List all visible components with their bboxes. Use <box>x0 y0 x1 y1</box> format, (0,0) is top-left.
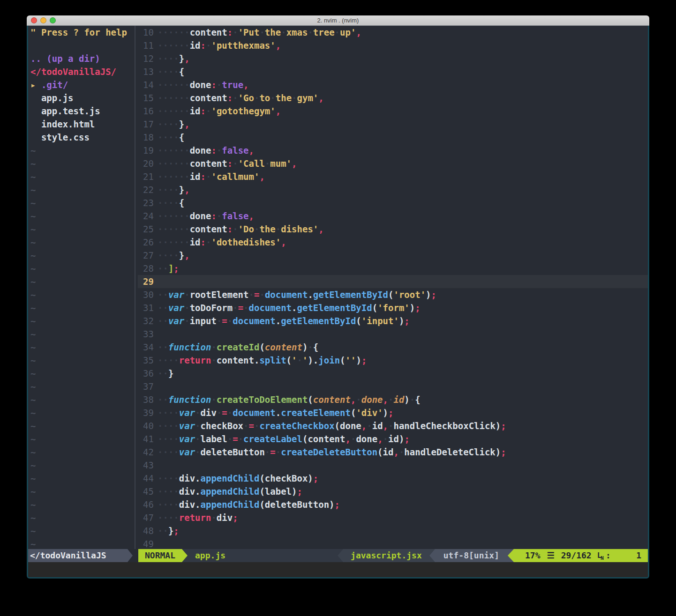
code-line-47[interactable]: 47····return·div; <box>138 511 648 524</box>
code-line-text: ··]; <box>154 262 648 275</box>
tree-up-a-dir[interactable]: .. (up a dir) <box>30 52 133 65</box>
code-line-34[interactable]: 34··function·createId(content)·{ <box>138 341 648 354</box>
code-line-17[interactable]: 17····}, <box>138 118 648 131</box>
code-buffer[interactable]: 10······content:·'Put·the·xmas·tree·up',… <box>138 26 648 549</box>
line-number: 24 <box>138 209 154 223</box>
code-line-text: ····}, <box>154 249 648 262</box>
code-line-42[interactable]: 42····var·deleteButton·=·createDeleteBut… <box>138 445 648 459</box>
code-line-18[interactable]: 18····{ <box>138 131 648 144</box>
code-line-text: ··function·createToDoElement(content,·do… <box>154 393 648 406</box>
mode-indicator: NORMAL <box>138 549 182 562</box>
code-line-11[interactable]: 11······id:·'putthexmas', <box>138 39 648 52</box>
code-line-40[interactable]: 40····var·checkBox·=·createCheckbox(done… <box>138 419 648 432</box>
line-number: 13 <box>138 65 154 78</box>
code-line-49[interactable]: 49 <box>138 537 648 549</box>
code-line-38[interactable]: 38··function·createToDoElement(content,·… <box>138 393 648 406</box>
code-line-13[interactable]: 13····{ <box>138 65 648 78</box>
code-line-14[interactable]: 14······done:·true, <box>138 78 648 91</box>
line-number: 15 <box>138 91 154 104</box>
code-line-48[interactable]: 48··}; <box>138 524 648 537</box>
tilde-marker: ~ <box>30 485 133 498</box>
line-number: 14 <box>138 78 154 91</box>
code-line-41[interactable]: 41····var·label·=·createLabel(content,·d… <box>138 432 648 445</box>
line-number: 27 <box>138 249 154 262</box>
tree-root[interactable]: </todoVanillaJS/ <box>30 65 133 78</box>
tree-file-app-test-js[interactable]: app.test.js <box>30 104 133 118</box>
code-line-16[interactable]: 16······id:·'gotothegym', <box>138 104 648 118</box>
line-number: 42 <box>138 445 154 459</box>
code-line-text: ······done:·true, <box>154 78 648 91</box>
code-line-29[interactable]: 29 <box>138 275 648 288</box>
code-line-44[interactable]: 44····div.appendChild(checkBox); <box>138 472 648 485</box>
vertical-split[interactable] <box>133 26 138 549</box>
tilde-marker: ~ <box>30 262 133 275</box>
close-button[interactable] <box>31 17 37 23</box>
code-line-31[interactable]: 31··var·toDoForm·=·document.getElementBy… <box>138 301 648 314</box>
code-line-21[interactable]: 21······id:·'callmum', <box>138 170 648 183</box>
tree-file-index-html[interactable]: index.html <box>30 118 133 131</box>
line-number: 25 <box>138 223 154 236</box>
code-line-27[interactable]: 27····}, <box>138 249 648 262</box>
code-line-43[interactable]: 43 <box>138 459 648 472</box>
line-number: 16 <box>138 104 154 118</box>
command-line[interactable] <box>28 562 648 577</box>
tilde-marker: ~ <box>30 524 133 537</box>
tree-help-hint[interactable]: " Press ? for help <box>30 26 133 39</box>
code-line-20[interactable]: 20······content:·'Call·mum', <box>138 157 648 170</box>
code-line-24[interactable]: 24······done:·false, <box>138 209 648 223</box>
code-line-35[interactable]: 35····return·content.split('·').join('')… <box>138 354 648 367</box>
line-number: 48 <box>138 524 154 537</box>
statusline-filetype: javascript.jsx <box>343 549 429 562</box>
statusline: </todoVanillaJS NORMAL app.js javascript… <box>28 549 648 562</box>
code-line-36[interactable]: 36··} <box>138 367 648 380</box>
line-number: 45 <box>138 485 154 498</box>
statusline-encoding: utf-8[unix] <box>435 549 508 562</box>
tilde-marker: ~ <box>30 537 133 549</box>
code-line-46[interactable]: 46····div.appendChild(deleteButton); <box>138 498 648 511</box>
tree-file-style-css[interactable]: style.css <box>30 131 133 144</box>
code-line-22[interactable]: 22····}, <box>138 183 648 196</box>
code-line-28[interactable]: 28··]; <box>138 262 648 275</box>
code-line-12[interactable]: 12····}, <box>138 52 648 65</box>
line-number: 29 <box>138 275 154 288</box>
line-number: 26 <box>138 236 154 249</box>
tilde-marker: ~ <box>30 393 133 406</box>
code-line-32[interactable]: 32··var·input·=·document.getElementById(… <box>138 314 648 327</box>
code-line-text: ··var·rootElement·=·document.getElementB… <box>154 288 648 301</box>
tilde-marker: ~ <box>30 236 133 249</box>
powerline-arrow-icon <box>508 549 514 562</box>
code-line-23[interactable]: 23····{ <box>138 196 648 209</box>
code-line-text: ······done:·false, <box>154 209 648 223</box>
code-line-15[interactable]: 15······content:·'Go·to·the·gym', <box>138 91 648 104</box>
line-number: 43 <box>138 459 154 472</box>
desktop: 2. nvim . (nvim) " Press ? for help.. (u… <box>0 0 676 616</box>
code-line-19[interactable]: 19······done:·false, <box>138 144 648 157</box>
line-number: 41 <box>138 432 154 445</box>
tilde-marker: ~ <box>30 275 133 288</box>
tree-dir-git[interactable]: ▸ .git/ <box>30 78 133 91</box>
code-line-30[interactable]: 30··var·rootElement·=·document.getElemen… <box>138 288 648 301</box>
code-line-text <box>154 537 648 549</box>
code-line-37[interactable]: 37 <box>138 380 648 393</box>
code-line-text <box>154 380 648 393</box>
code-line-33[interactable]: 33 <box>138 327 648 341</box>
powerline-arrow-icon <box>338 549 343 562</box>
tree-file-app-js[interactable]: app.js <box>30 91 133 104</box>
tilde-marker: ~ <box>30 341 133 354</box>
nerdtree-panel[interactable]: " Press ? for help.. (up a dir)</todoVan… <box>28 26 133 549</box>
minimize-button[interactable] <box>40 17 46 23</box>
code-line-39[interactable]: 39····var·div·=·document.createElement('… <box>138 406 648 419</box>
powerline-arrow-icon <box>128 549 133 562</box>
code-line-26[interactable]: 26······id:·'dothedishes', <box>138 236 648 249</box>
code-line-25[interactable]: 25······content:·'Do·the·dishes', <box>138 223 648 236</box>
tilde-marker: ~ <box>30 223 133 236</box>
code-line-text <box>154 275 648 288</box>
line-number: 17 <box>138 118 154 131</box>
window-titlebar[interactable]: 2. nvim . (nvim) <box>27 15 649 26</box>
code-line-45[interactable]: 45····div.appendChild(label); <box>138 485 648 498</box>
statusline-filename: app.js <box>188 549 338 562</box>
code-line-10[interactable]: 10······content:·'Put·the·xmas·tree·up', <box>138 26 648 39</box>
statusline-tree-path: </todoVanillaJS <box>28 549 128 562</box>
zoom-button[interactable] <box>50 17 56 23</box>
code-line-text: ····{ <box>154 131 648 144</box>
